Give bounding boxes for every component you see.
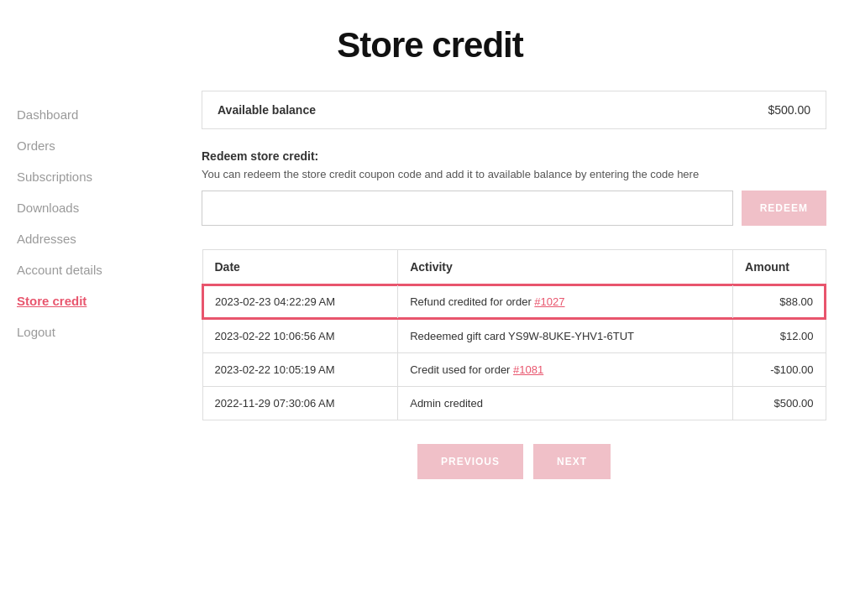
sidebar-item-subscriptions[interactable]: Subscriptions [17, 161, 185, 192]
cell-activity: Refund credited for order #1027 [398, 285, 733, 319]
order-link[interactable]: #1081 [513, 363, 543, 376]
previous-button[interactable]: PREVIOUS [417, 444, 523, 479]
cell-amount: $500.00 [733, 387, 826, 420]
cell-date: 2022-11-29 07:30:06 AM [202, 387, 398, 420]
col-header-amount: Amount [733, 250, 826, 285]
order-link[interactable]: #1027 [534, 295, 564, 308]
cell-amount: $12.00 [733, 319, 826, 353]
table-row: 2022-11-29 07:30:06 AMAdmin credited$500… [202, 387, 826, 420]
main-content: Available balance $500.00 Redeem store c… [185, 91, 843, 599]
table-row: 2023-02-23 04:22:29 AMRefund credited fo… [202, 285, 826, 319]
redeem-code-input[interactable] [202, 191, 733, 226]
next-button[interactable]: NEXT [533, 444, 611, 479]
col-header-activity: Activity [398, 250, 733, 285]
sidebar-item-account-details[interactable]: Account details [17, 254, 185, 285]
sidebar-item-dashboard[interactable]: Dashboard [17, 99, 185, 130]
redeem-title: Redeem store credit: [202, 149, 826, 163]
sidebar-item-addresses[interactable]: Addresses [17, 223, 185, 254]
cell-amount: $88.00 [733, 285, 826, 319]
credit-table: Date Activity Amount 2023-02-23 04:22:29… [202, 249, 826, 420]
table-row: 2023-02-22 10:05:19 AMCredit used for or… [202, 353, 826, 387]
balance-label: Available balance [218, 103, 316, 117]
redeem-button[interactable]: REDEEM [742, 191, 826, 226]
table-row: 2023-02-22 10:06:56 AMRedeemed gift card… [202, 319, 826, 353]
balance-amount: $500.00 [768, 103, 810, 117]
pagination: PREVIOUS NEXT [202, 444, 826, 513]
page-title: Store credit [17, 25, 843, 65]
redeem-description: You can redeem the store credit coupon c… [202, 168, 826, 180]
cell-date: 2023-02-23 04:22:29 AM [202, 285, 398, 319]
col-header-date: Date [202, 250, 398, 285]
cell-date: 2023-02-22 10:05:19 AM [202, 353, 398, 387]
cell-date: 2023-02-22 10:06:56 AM [202, 319, 398, 353]
sidebar-item-logout[interactable]: Logout [17, 316, 185, 347]
sidebar-item-store-credit[interactable]: Store credit [17, 285, 185, 316]
cell-amount: -$100.00 [733, 353, 826, 387]
cell-activity: Credit used for order #1081 [398, 353, 733, 387]
sidebar: Dashboard Orders Subscriptions Downloads… [17, 91, 185, 599]
cell-activity: Admin credited [398, 387, 733, 420]
sidebar-item-downloads[interactable]: Downloads [17, 192, 185, 223]
cell-activity: Redeemed gift card YS9W-8UKE-YHV1-6TUT [398, 319, 733, 353]
sidebar-item-orders[interactable]: Orders [17, 130, 185, 161]
redeem-section: Redeem store credit: You can redeem the … [202, 149, 826, 226]
balance-box: Available balance $500.00 [202, 91, 826, 129]
